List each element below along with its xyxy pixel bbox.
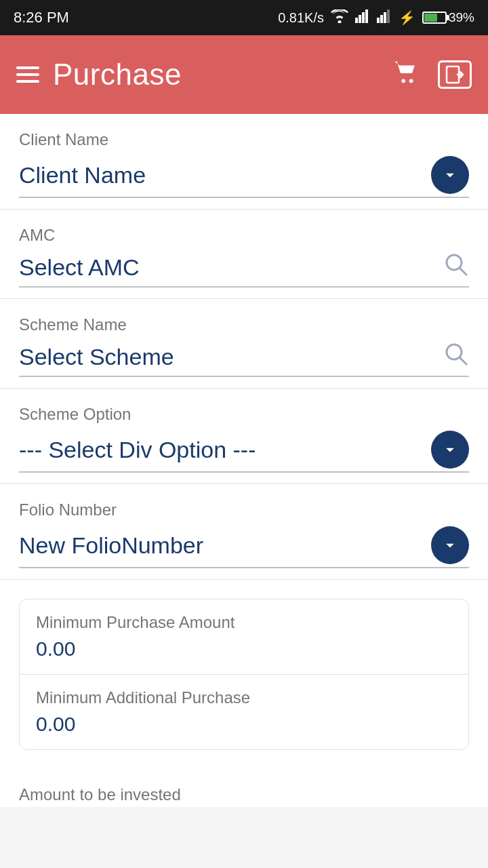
client-name-dropdown[interactable]: Client Name [19,156,469,198]
signal-icon [355,9,370,26]
amount-invested-label: Amount to be invested [0,769,488,807]
signal2-icon [377,9,392,26]
form-content: Client Name Client Name AMC Select AMC S… [0,114,488,807]
scheme-option-label: Scheme Option [19,405,469,424]
svg-point-8 [401,79,405,83]
network-speed: 0.81K/s [278,10,324,26]
folio-number-field: Folio Number New FolioNumber [0,484,488,580]
svg-rect-6 [384,12,386,23]
app-bar: Purchase [0,35,488,114]
client-name-dropdown-button[interactable] [431,156,469,194]
battery-percent: 39% [449,10,474,25]
battery-indicator: 39% [422,10,474,25]
folio-number-dropdown[interactable]: New FolioNumber [19,526,469,568]
svg-rect-7 [387,9,390,23]
min-purchase-row: Minimum Purchase Amount 0.00 [20,599,468,675]
time: 8:26 PM [14,9,69,26]
svg-line-14 [460,357,466,364]
client-name-label: Client Name [19,130,469,149]
scheme-option-dropdown-button[interactable] [431,431,469,469]
client-name-field: Client Name Client Name [0,114,488,210]
scheme-name-field: Scheme Name Select Scheme [0,299,488,389]
svg-line-12 [460,268,466,275]
scheme-name-label: Scheme Name [19,315,469,334]
amc-input-row[interactable]: Select AMC [19,252,469,288]
info-card: Minimum Purchase Amount 0.00 Minimum Add… [19,599,469,750]
folio-number-dropdown-button[interactable] [431,526,469,564]
amc-field: AMC Select AMC [0,210,488,299]
cart-button[interactable] [393,60,419,90]
svg-rect-1 [359,15,361,23]
scheme-search-icon[interactable] [443,341,469,373]
min-purchase-value: 0.00 [36,637,452,660]
min-purchase-label: Minimum Purchase Amount [36,613,452,632]
svg-rect-4 [377,18,380,23]
svg-rect-2 [362,12,365,23]
svg-point-9 [409,79,413,83]
svg-rect-5 [380,15,383,23]
status-bar: 8:26 PM 0.81K/s ⚡ [0,0,488,35]
min-additional-label: Minimum Additional Purchase [36,688,452,707]
folio-number-label: Folio Number [19,500,469,519]
logout-button[interactable] [438,60,472,89]
min-additional-row: Minimum Additional Purchase 0.00 [20,675,468,749]
scheme-option-field: Scheme Option --- Select Div Option --- [0,389,488,484]
amc-label: AMC [19,226,469,245]
scheme-option-dropdown[interactable]: --- Select Div Option --- [19,431,469,473]
scheme-name-input-row[interactable]: Select Scheme [19,341,469,377]
min-additional-value: 0.00 [36,713,452,736]
svg-rect-3 [365,9,368,23]
wifi-icon [331,9,348,26]
page-title: Purchase [53,58,182,92]
svg-rect-0 [355,18,358,23]
amc-search-icon[interactable] [443,252,469,283]
charging-icon: ⚡ [399,9,415,26]
menu-button[interactable] [16,66,39,83]
